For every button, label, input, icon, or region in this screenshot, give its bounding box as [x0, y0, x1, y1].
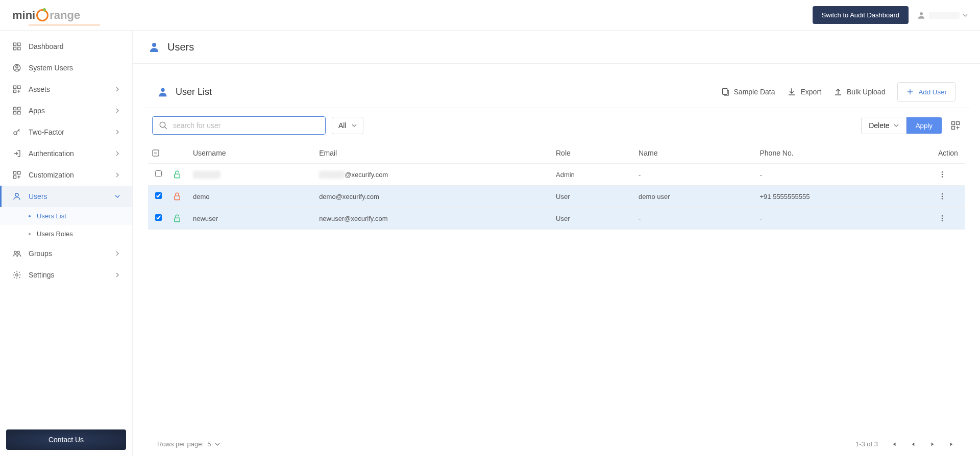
svg-rect-34	[175, 196, 180, 200]
section-title: User List	[176, 87, 212, 97]
section-header: User List Sample Data Export Bulk Upload	[142, 76, 971, 108]
svg-rect-9	[13, 90, 16, 93]
add-user-button[interactable]: Add User	[897, 82, 955, 102]
col-name: Name	[634, 143, 755, 164]
filter-select[interactable]: All	[332, 117, 363, 134]
sidebar-item-users[interactable]: Users	[0, 186, 132, 207]
indeterminate-checkbox-icon[interactable]	[152, 149, 159, 157]
rows-per-page-label: Rows per page:	[157, 440, 204, 448]
sidebar-item-customization[interactable]: Customization	[0, 164, 132, 186]
bulk-upload-button[interactable]: Bulk Upload	[834, 87, 886, 96]
sidebar-sub-users-list[interactable]: Users List	[0, 207, 132, 225]
cell-name: -	[634, 208, 755, 230]
bullet-icon	[29, 233, 31, 235]
sidebar-item-label: Groups	[29, 249, 52, 258]
search-icon	[159, 121, 168, 130]
cell-username: newuser	[189, 208, 315, 230]
chevron-down-icon	[115, 194, 120, 199]
kebab-menu-icon[interactable]	[938, 192, 946, 200]
col-role: Role	[552, 143, 634, 164]
col-email: Email	[315, 143, 552, 164]
svg-rect-28	[952, 126, 955, 130]
sidebar-item-dashboard[interactable]: Dashboard	[0, 36, 132, 57]
page-title: Users	[167, 41, 194, 53]
svg-rect-38	[175, 218, 180, 222]
last-page-icon[interactable]	[948, 441, 955, 448]
svg-rect-17	[13, 176, 16, 179]
svg-point-22	[152, 43, 156, 47]
svg-rect-30	[175, 174, 180, 178]
user-icon	[148, 41, 160, 53]
sidebar-item-apps[interactable]: Apps	[0, 100, 132, 121]
search-input[interactable]	[173, 121, 319, 130]
svg-point-37	[942, 198, 943, 199]
svg-point-32	[942, 174, 943, 175]
sidebar-item-two-factor[interactable]: Two-Factor	[0, 121, 132, 143]
top-bar: mini range Switch to Audit Dashboard	[0, 0, 980, 31]
grid-view-icon[interactable]	[950, 120, 961, 131]
chevron-right-icon	[115, 87, 120, 92]
sidebar-item-assets[interactable]: Assets	[0, 79, 132, 100]
authentication-icon	[12, 149, 21, 158]
svg-point-14	[14, 132, 17, 135]
filter-label: All	[338, 121, 347, 130]
svg-rect-11	[18, 107, 20, 110]
cell-name: demo user	[634, 186, 755, 208]
assets-icon	[12, 85, 21, 94]
row-checkbox[interactable]	[155, 214, 162, 221]
sidebar-item-authentication[interactable]: Authentication	[0, 143, 132, 164]
sidebar-item-settings[interactable]: Settings	[0, 264, 132, 286]
action-label: Add User	[918, 88, 947, 96]
logo-text-range: range	[50, 9, 80, 22]
svg-point-36	[942, 196, 943, 197]
apps-icon	[12, 106, 21, 115]
svg-point-39	[942, 215, 943, 217]
prev-page-icon[interactable]	[910, 441, 917, 448]
page-range: 1-3 of 3	[855, 440, 878, 448]
chevron-down-icon	[352, 123, 357, 128]
chevron-right-icon	[115, 251, 120, 256]
switch-audit-button[interactable]: Switch to Audit Dashboard	[813, 6, 909, 24]
sidebar-item-groups[interactable]: Groups	[0, 243, 132, 264]
user-menu[interactable]	[917, 11, 968, 20]
svg-point-19	[14, 251, 17, 254]
logo-text-mini: mini	[12, 9, 35, 22]
user-icon	[157, 86, 168, 97]
next-page-icon[interactable]	[929, 441, 936, 448]
unlock-icon	[173, 170, 182, 179]
user-name-blurred	[929, 12, 960, 19]
sidebar-sub-users-roles[interactable]: Users Roles	[0, 225, 132, 243]
svg-point-6	[16, 66, 18, 68]
chevron-down-icon	[894, 123, 899, 128]
export-button[interactable]: Export	[787, 87, 821, 96]
kebab-menu-icon[interactable]	[938, 170, 946, 179]
cell-name: -	[634, 164, 755, 186]
delete-label: Delete	[869, 121, 889, 130]
sidebar: Dashboard System Users Assets Apps Two-F…	[0, 31, 133, 456]
first-page-icon[interactable]	[890, 441, 897, 448]
sample-data-icon	[721, 87, 730, 96]
customization-icon	[12, 170, 21, 180]
chevron-down-icon[interactable]	[215, 442, 220, 447]
sidebar-item-label: Assets	[29, 85, 50, 93]
cell-email: demo@xecurify.com	[315, 186, 552, 208]
row-checkbox[interactable]	[155, 170, 162, 177]
cell-email-prefix-blurred	[319, 171, 345, 179]
dashboard-icon	[12, 42, 21, 51]
bullet-icon	[29, 215, 31, 217]
cell-role: User	[552, 186, 634, 208]
upload-icon	[834, 87, 843, 96]
sidebar-item-system-users[interactable]: System Users	[0, 57, 132, 79]
row-checkbox[interactable]	[155, 192, 162, 199]
cell-phone: -	[756, 208, 935, 230]
svg-point-31	[942, 171, 943, 173]
sample-data-button[interactable]: Sample Data	[721, 87, 775, 96]
svg-rect-24	[722, 88, 727, 94]
cell-phone: -	[756, 164, 935, 186]
users-icon	[12, 192, 21, 201]
kebab-menu-icon[interactable]	[938, 214, 946, 222]
col-phone: Phone No.	[756, 143, 935, 164]
contact-us-button[interactable]: Contact Us	[6, 429, 126, 450]
delete-select[interactable]: Delete	[862, 117, 906, 134]
apply-button[interactable]: Apply	[906, 117, 942, 134]
